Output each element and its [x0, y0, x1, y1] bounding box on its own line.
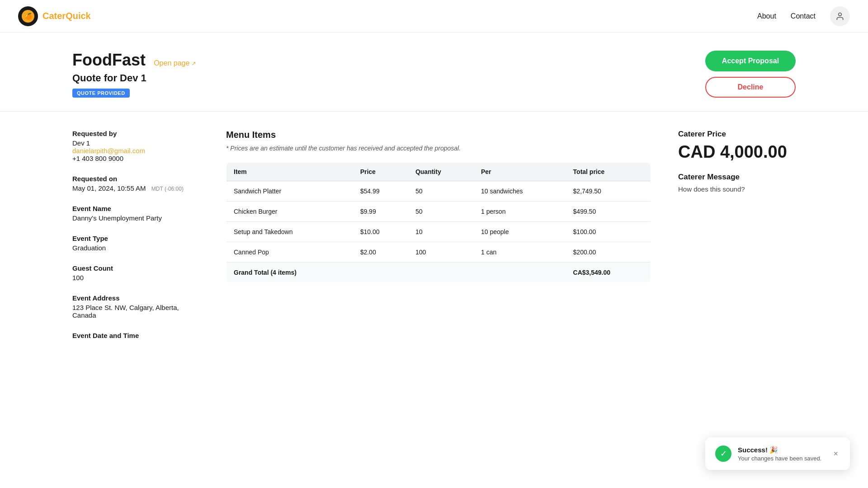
event-datetime-group: Event Date and Time: [72, 332, 199, 339]
brand-logo-icon: 🍊: [22, 10, 34, 23]
requester-name: Dev 1: [72, 139, 199, 147]
col-item: Item: [226, 163, 353, 181]
event-type: Graduation: [72, 244, 199, 252]
col-price: Price: [353, 163, 408, 181]
menu-table: Item Price Quantity Per Total price Sand…: [226, 162, 651, 283]
requester-phone: +1 403 800 9000: [72, 155, 199, 162]
cell-per: 10 sandwiches: [474, 181, 566, 202]
grand-total-value: CA$3,549.00: [566, 263, 651, 283]
table-row: Chicken Burger$9.99501 person$499.50: [226, 202, 651, 222]
event-name-group: Event Name Danny's Unemployment Party: [72, 205, 199, 222]
cell-price: $2.00: [353, 242, 408, 263]
nav-contact[interactable]: Contact: [791, 12, 816, 20]
menu-title: Menu Items: [226, 130, 651, 140]
brand: 🍊 CaterQuick: [18, 6, 91, 26]
guest-count-group: Guest Count 100: [72, 264, 199, 282]
request-info: Requested by Dev 1 danielarpith@gmail.co…: [72, 130, 199, 352]
requested-on-group: Requested on May 01, 2024, 10:55 AM MDT …: [72, 175, 199, 192]
cell-quantity: 50: [408, 181, 474, 202]
event-address-label: Event Address: [72, 294, 199, 302]
event-address-group: Event Address 123 Place St. NW, Calgary,…: [72, 294, 199, 319]
cell-item: Canned Pop: [226, 242, 353, 263]
event-datetime-label: Event Date and Time: [72, 332, 199, 339]
caterer-name: FoodFast: [72, 51, 146, 69]
requested-by-label: Requested by: [72, 130, 199, 137]
event-name: Danny's Unemployment Party: [72, 214, 199, 222]
cell-price: $10.00: [353, 222, 408, 242]
main-content: Requested by Dev 1 danielarpith@gmail.co…: [0, 112, 868, 370]
brand-logo: 🍊: [18, 6, 38, 26]
col-total: Total price: [566, 163, 651, 181]
header-actions: Accept Proposal Decline: [705, 51, 796, 98]
cell-item: Chicken Burger: [226, 202, 353, 222]
event-type-label: Event Type: [72, 235, 199, 242]
cell-quantity: 50: [408, 202, 474, 222]
cell-item: Setup and Takedown: [226, 222, 353, 242]
menu-section: Menu Items * Prices are an estimate unti…: [226, 130, 651, 352]
event-type-group: Event Type Graduation: [72, 235, 199, 252]
cell-price: $9.99: [353, 202, 408, 222]
decline-button[interactable]: Decline: [705, 77, 796, 98]
caterer-price-label: Caterer Price: [678, 130, 796, 139]
caterer-price: CAD 4,000.00: [678, 142, 796, 162]
requested-by-group: Requested by Dev 1 danielarpith@gmail.co…: [72, 130, 199, 162]
navbar: 🍊 CaterQuick About Contact: [0, 0, 868, 33]
grand-total-label: Grand Total (4 items): [226, 263, 353, 283]
cell-per: 10 people: [474, 222, 566, 242]
requester-email[interactable]: danielarpith@gmail.com: [72, 147, 199, 155]
nav-links: About Contact: [757, 6, 850, 26]
cell-total: $2,749.50: [566, 181, 651, 202]
menu-note: * Prices are an estimate until the custo…: [226, 144, 651, 153]
event-address: 123 Place St. NW, Calgary, Alberta, Cana…: [72, 304, 199, 319]
cell-total: $499.50: [566, 202, 651, 222]
cell-price: $54.99: [353, 181, 408, 202]
page-header: FoodFast Open page ↗ Quote for Dev 1 QUO…: [0, 33, 868, 112]
table-row: Canned Pop$2.001001 can$200.00: [226, 242, 651, 263]
status-badge: QUOTE PROVIDED: [72, 89, 130, 98]
brand-name: CaterQuick: [42, 11, 91, 21]
nav-user-button[interactable]: [830, 6, 850, 26]
table-row: Setup and Takedown$10.001010 people$100.…: [226, 222, 651, 242]
col-per: Per: [474, 163, 566, 181]
caterer-message: How does this sound?: [678, 185, 796, 193]
grand-total-row: Grand Total (4 items)CA$3,549.00: [226, 263, 651, 283]
requested-date: May 01, 2024, 10:55 AM MDT (-06:00): [72, 184, 199, 192]
table-row: Sandwich Platter$54.995010 sandwiches$2,…: [226, 181, 651, 202]
quote-title: Quote for Dev 1: [72, 72, 196, 84]
guest-count-label: Guest Count: [72, 264, 199, 272]
cell-total: $200.00: [566, 242, 651, 263]
price-section: Caterer Price CAD 4,000.00 Caterer Messa…: [678, 130, 796, 352]
cell-quantity: 100: [408, 242, 474, 263]
cell-item: Sandwich Platter: [226, 181, 353, 202]
menu-table-body: Sandwich Platter$54.995010 sandwiches$2,…: [226, 181, 651, 283]
cell-per: 1 person: [474, 202, 566, 222]
svg-point-0: [839, 13, 842, 16]
guest-count: 100: [72, 274, 199, 282]
open-page-link[interactable]: Open page ↗: [154, 59, 196, 67]
cell-total: $100.00: [566, 222, 651, 242]
event-name-label: Event Name: [72, 205, 199, 212]
timezone: MDT (-06:00): [151, 186, 184, 192]
accept-proposal-button[interactable]: Accept Proposal: [705, 51, 796, 71]
open-page-icon: ↗: [191, 60, 196, 67]
caterer-title-row: FoodFast Open page ↗: [72, 51, 196, 70]
cell-per: 1 can: [474, 242, 566, 263]
requested-on-label: Requested on: [72, 175, 199, 183]
menu-table-header: Item Price Quantity Per Total price: [226, 163, 651, 181]
header-left: FoodFast Open page ↗ Quote for Dev 1 QUO…: [72, 51, 196, 98]
caterer-message-label: Caterer Message: [678, 173, 796, 182]
cell-quantity: 10: [408, 222, 474, 242]
col-quantity: Quantity: [408, 163, 474, 181]
nav-about[interactable]: About: [757, 12, 776, 20]
